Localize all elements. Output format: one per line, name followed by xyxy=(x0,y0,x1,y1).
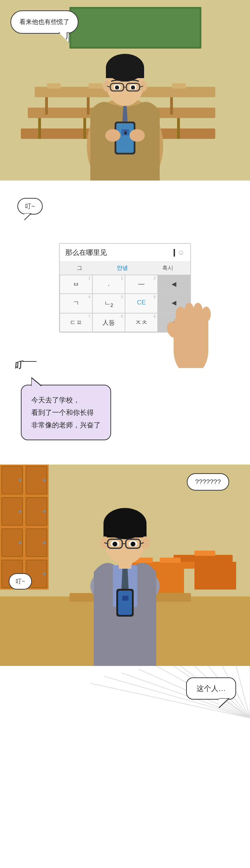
this-person-text: 这个人… xyxy=(197,684,226,692)
svg-point-40 xyxy=(130,129,145,142)
panel1-speech-text: 看来他也有些慌了 xyxy=(19,18,69,25)
ding-text: 叮~ xyxy=(25,203,35,210)
key-dash[interactable]: 3— xyxy=(125,275,158,294)
svg-rect-13 xyxy=(177,118,180,139)
svg-rect-70 xyxy=(194,562,236,590)
key-dp[interactable]: 7ㄷㅍ xyxy=(60,313,92,332)
ding-bubble: 叮~ xyxy=(17,198,43,215)
key-jc[interactable]: 9ㅈㅊ xyxy=(125,313,158,332)
svg-rect-17 xyxy=(172,83,186,89)
svg-text:📱: 📱 xyxy=(123,130,128,135)
hand-svg xyxy=(163,264,219,368)
question-text: ??????? xyxy=(195,478,221,485)
svg-point-83 xyxy=(140,536,150,549)
ding-sound2: 叮 xyxy=(13,359,23,372)
gap1 xyxy=(0,181,250,191)
key-s[interactable]: 8人등 xyxy=(92,313,125,332)
cursor xyxy=(174,249,175,257)
panel4: ??????? 叮~ xyxy=(0,465,250,666)
typing-text: 那么在哪里见 xyxy=(65,248,174,257)
gap3 xyxy=(0,458,250,465)
key-g[interactable]: 4ㄱ xyxy=(60,294,92,313)
message-text: 今天去了学校， 看到了一个和你长得 非常像的老师，兴奋了 xyxy=(31,396,101,429)
svg-point-91 xyxy=(112,542,117,546)
svg-point-34 xyxy=(131,85,135,90)
svg-point-46 xyxy=(202,307,211,322)
message-bubble-tail xyxy=(31,377,42,386)
svg-point-33 xyxy=(115,85,119,90)
svg-point-92 xyxy=(131,542,135,546)
panel4-bg-svg xyxy=(0,465,250,666)
svg-point-64 xyxy=(43,541,46,544)
panel3: 叮 今天去了学校， 看到了一个和你长得 非常像的老师，兴奋了 xyxy=(0,357,250,458)
bubble-tail xyxy=(59,32,69,43)
svg-point-45 xyxy=(193,303,203,321)
message-input-bar[interactable]: 那么在哪里见 ☺ xyxy=(60,244,190,262)
ding-bubble-panel4: 叮~ xyxy=(9,573,32,590)
svg-rect-95 xyxy=(122,596,128,601)
key-ce[interactable]: 6CE xyxy=(125,294,158,313)
svg-rect-23 xyxy=(106,68,144,78)
svg-point-62 xyxy=(43,510,46,513)
svg-rect-9 xyxy=(170,97,173,115)
svg-rect-72 xyxy=(160,558,181,563)
svg-point-39 xyxy=(105,129,120,142)
panel1-speech-bubble: 看来他也有些慌了 xyxy=(10,10,78,34)
key-dot[interactable]: 2. xyxy=(92,275,125,294)
svg-rect-14 xyxy=(47,83,61,89)
svg-rect-42 xyxy=(174,316,208,358)
svg-point-60 xyxy=(43,479,46,482)
svg-rect-6 xyxy=(45,97,48,115)
svg-rect-7 xyxy=(87,97,90,115)
svg-point-44 xyxy=(184,303,194,321)
ding-line xyxy=(23,361,36,362)
svg-rect-73 xyxy=(194,551,215,556)
autocomplete-2[interactable]: 안녕 xyxy=(117,265,128,272)
svg-rect-15 xyxy=(89,83,102,89)
emoji-button[interactable]: ☺ xyxy=(178,249,185,257)
autocomplete-1[interactable]: 그 xyxy=(77,265,82,272)
svg-rect-10 xyxy=(38,118,41,139)
svg-rect-94 xyxy=(118,591,132,615)
svg-point-63 xyxy=(19,541,22,544)
question-bubble: ??????? xyxy=(187,473,229,491)
key-n2[interactable]: 5ㄴ2 xyxy=(92,294,125,313)
svg-point-59 xyxy=(19,479,22,482)
key-b[interactable]: 1ㅂ xyxy=(60,275,92,294)
svg-point-43 xyxy=(176,307,185,322)
svg-rect-2 xyxy=(71,9,200,47)
message-bubble: 今天去了学校， 看到了一个和你长得 非常像的老师，兴奋了 xyxy=(21,385,111,440)
panel2: 叮~ 那么在哪里见 ☺ xyxy=(0,191,250,347)
ding-area: 叮~ xyxy=(0,198,250,222)
panel5: 这个人… xyxy=(0,666,250,718)
ding-bubble-tail xyxy=(24,213,31,220)
panel1: 📱 看来他也有些慌了 xyxy=(0,0,250,181)
svg-rect-11 xyxy=(83,118,86,139)
this-person-bubble: 这个人… xyxy=(186,677,236,700)
svg-point-66 xyxy=(43,573,46,575)
ding-sound-panel4: 叮~ xyxy=(16,578,25,585)
this-person-bubble-tail xyxy=(219,698,229,708)
phone-container: 那么在哪里见 ☺ 그 안녕 혹시 1ㅂ 2. 3— xyxy=(38,243,212,333)
svg-point-61 xyxy=(19,510,22,513)
